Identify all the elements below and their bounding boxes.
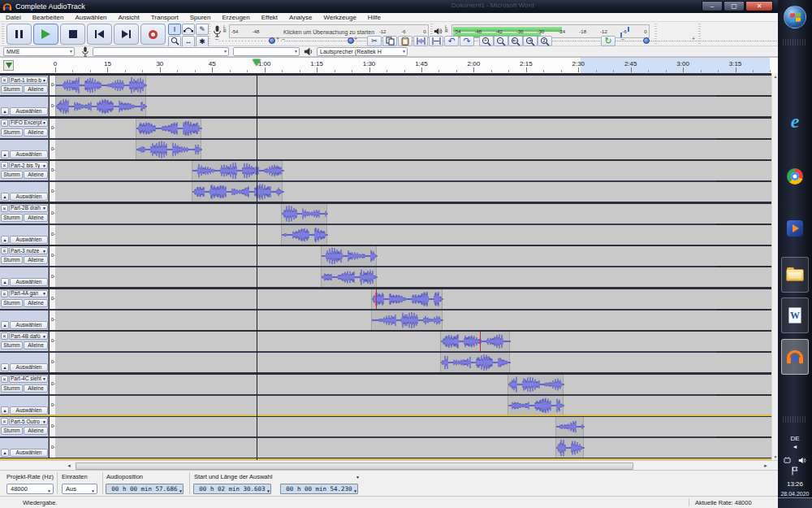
taskbar-item-internet-explorer[interactable]: e <box>781 107 809 135</box>
audio-clip[interactable] <box>281 204 327 224</box>
track-close-button[interactable]: × <box>1 76 8 84</box>
audio-clip[interactable] <box>321 246 377 266</box>
dropdown-arrow-icon[interactable]: ▼ <box>356 475 360 480</box>
recording-channels-select[interactable]: ▼ <box>233 47 300 56</box>
select-track-button[interactable]: Auswählen <box>10 236 48 244</box>
recording-device-select[interactable]: ▼ <box>93 47 229 56</box>
pinned-playhead-toggle[interactable] <box>3 60 14 71</box>
audio-position-field[interactable]: 00 h 00 min 57.686 sec▼ <box>106 484 184 494</box>
track-name-button[interactable]: Part-4A gan▼ <box>9 290 48 297</box>
show-hidden-icons-button[interactable]: ◄ <box>778 444 812 449</box>
playback-volume-slider[interactable]: –+ <box>286 36 352 46</box>
audio-channel[interactable] <box>55 438 771 458</box>
audio-clip[interactable] <box>440 353 510 372</box>
audio-clip[interactable] <box>371 310 443 330</box>
track-close-button[interactable]: × <box>1 418 8 425</box>
audio-clip[interactable] <box>192 161 283 180</box>
solo-button[interactable]: Alleine <box>24 128 48 137</box>
solo-button[interactable]: Alleine <box>24 214 48 222</box>
mute-button[interactable]: Stumm <box>1 299 23 307</box>
zoom-out-button[interactable]: − <box>494 36 508 46</box>
mute-button[interactable]: Stumm <box>1 256 23 264</box>
audio-clip[interactable] <box>281 225 327 245</box>
audio-channel[interactable] <box>55 396 771 415</box>
show-desktop-button[interactable] <box>778 497 812 508</box>
taskbar-item-audacity[interactable] <box>781 339 809 375</box>
slider-thumb[interactable] <box>269 37 275 44</box>
mute-button[interactable]: Stumm <box>1 128 23 137</box>
fit-project-button[interactable]: ⇥ <box>523 36 538 46</box>
skip-to-end-button[interactable] <box>114 24 139 45</box>
collapse-button[interactable]: ▲ <box>1 193 9 201</box>
record-button[interactable] <box>140 24 166 45</box>
play-speed-slider[interactable]: –+ <box>625 36 690 46</box>
audio-channel[interactable] <box>55 161 771 180</box>
play-at-speed-button[interactable]: ↻ <box>601 36 615 46</box>
select-track-button[interactable]: Auswählen <box>10 449 48 457</box>
selection-start-field[interactable]: 00 h 02 min 30.603 sec▼ <box>193 484 271 494</box>
select-track-button[interactable]: Auswählen <box>10 107 48 115</box>
audio-channel[interactable] <box>55 97 771 116</box>
mute-button[interactable]: Stumm <box>1 214 23 222</box>
audio-clip[interactable] <box>555 417 584 436</box>
collapse-button[interactable]: ▲ <box>1 321 9 329</box>
slider-thumb[interactable] <box>348 37 354 44</box>
audio-channel[interactable] <box>55 289 771 309</box>
slider-thumb[interactable] <box>643 37 650 44</box>
track-name-button[interactable]: Part-4B dafü▼ <box>9 332 48 340</box>
track-name-button[interactable]: Part-2 bis Ty▼ <box>9 162 48 169</box>
select-track-button[interactable]: Auswählen <box>10 406 48 415</box>
select-track-button[interactable]: Auswählen <box>10 363 48 371</box>
zoom-tool-button[interactable] <box>168 36 181 47</box>
audio-channel[interactable] <box>55 225 771 245</box>
stop-button[interactable] <box>60 24 85 45</box>
scroll-up-icon[interactable]: ▲ <box>772 74 778 79</box>
select-track-button[interactable]: Auswählen <box>10 278 48 286</box>
taskbar-item-word[interactable]: W <box>781 297 809 333</box>
pause-button[interactable] <box>6 24 32 45</box>
track-name-button[interactable]: FIFO Excerpt▼ <box>9 119 48 127</box>
audio-clip[interactable] <box>440 332 510 351</box>
vertical-scrollbar[interactable]: ▲ ▼ <box>771 73 778 460</box>
selection-tool-button[interactable]: I <box>168 24 181 35</box>
mute-button[interactable]: Stumm <box>1 384 23 393</box>
time-shift-tool-button[interactable]: ↔ <box>182 36 195 47</box>
menu-item-hilfe[interactable]: Hilfe <box>362 14 387 21</box>
title-bar[interactable]: Complete AudioTrack Dokument1 - Microsof… <box>0 0 778 13</box>
undo-button[interactable]: ↶ <box>444 36 459 46</box>
copy-button[interactable] <box>382 36 397 46</box>
track-name-button[interactable]: Part-1 Intro b▼ <box>9 76 48 84</box>
multi-tool-tool-button[interactable]: ✱ <box>196 36 209 47</box>
menu-item-werkzeuge[interactable]: Werkzeuge <box>318 14 362 21</box>
menu-item-spuren[interactable]: Spuren <box>184 14 217 21</box>
solo-button[interactable]: Alleine <box>24 299 48 307</box>
language-indicator[interactable]: DE <box>778 429 812 444</box>
envelope-tool-button[interactable] <box>182 24 195 35</box>
track-name-button[interactable]: Part-3 nutze▼ <box>9 247 48 254</box>
project-rate-select[interactable]: 48000▼ <box>6 484 54 494</box>
audio-clip[interactable] <box>136 140 201 159</box>
skip-to-start-button[interactable] <box>87 24 112 45</box>
solo-button[interactable]: Alleine <box>24 384 48 393</box>
audio-clip[interactable] <box>508 375 564 394</box>
collapse-button[interactable]: ▲ <box>1 449 9 457</box>
taskbar-item-chrome[interactable] <box>781 163 809 190</box>
audio-clip[interactable] <box>371 289 443 309</box>
collapse-button[interactable]: ▲ <box>1 150 9 158</box>
audio-channel[interactable] <box>55 353 771 372</box>
audio-host-select[interactable]: MME▼ <box>3 47 75 56</box>
audio-clip[interactable] <box>55 76 146 95</box>
timeline-ruler[interactable]: 01530451:001:151:301:452:002:152:302:453… <box>0 57 778 73</box>
audio-channel[interactable] <box>55 182 771 202</box>
audio-clip[interactable] <box>321 267 377 287</box>
play-button[interactable] <box>33 24 58 45</box>
trim-outside-button[interactable] <box>413 36 428 46</box>
scroll-left-icon[interactable]: ◄ <box>65 462 73 470</box>
solo-button[interactable]: Alleine <box>24 427 48 435</box>
zoom-toggle-button[interactable]: z <box>538 36 552 46</box>
recording-volume-slider[interactable]: –+ <box>219 36 274 46</box>
scrollbar-thumb[interactable] <box>76 462 633 470</box>
audio-channel[interactable] <box>55 246 771 266</box>
track-name-button[interactable]: Part-4C sieht▼ <box>9 376 48 383</box>
maximize-button[interactable]: ▢ <box>723 1 745 11</box>
